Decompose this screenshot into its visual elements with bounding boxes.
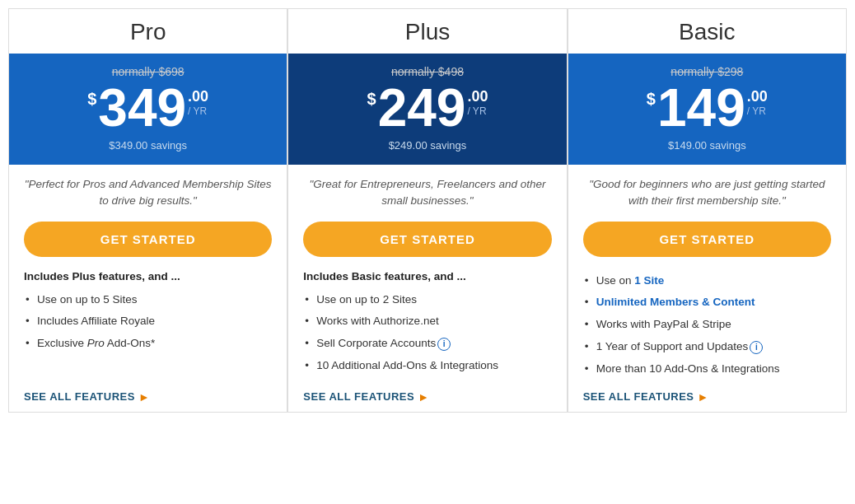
feature-item-pro-1: Includes Affiliate Royale [24, 310, 272, 333]
feature-item-pro-2: Exclusive Pro Add-Ons* [24, 333, 272, 355]
get-started-btn-basic[interactable]: GET STARTED [583, 222, 831, 257]
info-icon-plus-2[interactable]: i [437, 338, 451, 351]
get-started-btn-pro[interactable]: GET STARTED [24, 222, 272, 257]
price-dollar-basic: $ [647, 90, 656, 109]
feature-highlight-basic-1: Unlimited Members & Content [596, 296, 755, 308]
feature-item-plus-2: Sell Corporate Accountsi [303, 333, 551, 355]
price-yr-plus: / YR [467, 105, 486, 117]
features-list-plus: Use on up to 2 SitesWorks with Authorize… [303, 289, 551, 378]
normal-price-basic: normally $298 [582, 65, 833, 78]
feature-item-basic-3: 1 Year of Support and Updatesi [583, 336, 831, 358]
features-label-plus: Includes Basic features, and ... [303, 270, 551, 282]
plan-title-pro: Pro [9, 9, 287, 54]
see-all-arrow-plus: ► [418, 390, 429, 404]
feature-item-basic-4: More than 10 Add-Ons & Integrations [583, 358, 831, 380]
price-amount-basic: 149 [657, 82, 745, 134]
price-main-basic: $149.00/ YR [582, 82, 833, 134]
price-yr-basic: / YR [747, 105, 766, 117]
price-box-basic: normally $298$149.00/ YR$149.00 savings [568, 54, 846, 165]
plan-title-plus: Plus [288, 9, 566, 54]
card-body-plus: "Great for Entrepreneurs, Freelancers an… [288, 165, 566, 412]
price-savings-basic: $149.00 savings [582, 139, 833, 152]
price-cents-basic: .00 [747, 88, 768, 105]
see-all-link-plus[interactable]: SEE ALL FEATURES ► [303, 390, 551, 404]
price-amount-pro: 349 [98, 82, 186, 134]
feature-item-basic-2: Works with PayPal & Stripe [583, 314, 831, 336]
plan-tagline-pro: "Perfect for Pros and Advanced Membershi… [24, 176, 272, 210]
price-cents-yr-basic: .00/ YR [747, 88, 768, 117]
price-box-plus: normally $498$249.00/ YR$249.00 savings [288, 54, 566, 165]
feature-item-plus-0: Use on up to 2 Sites [303, 289, 551, 311]
get-started-btn-plus[interactable]: GET STARTED [303, 222, 551, 257]
card-body-pro: "Perfect for Pros and Advanced Membershi… [9, 165, 287, 412]
see-all-link-pro[interactable]: SEE ALL FEATURES ► [24, 390, 272, 404]
features-list-pro: Use on up to 5 SitesIncludes Affiliate R… [24, 289, 272, 356]
price-savings-pro: $349.00 savings [22, 139, 273, 152]
see-all-link-basic[interactable]: SEE ALL FEATURES ► [583, 390, 831, 404]
plan-card-plus: Plusnormally $498$249.00/ YR$249.00 savi… [287, 8, 567, 413]
info-icon-basic-3[interactable]: i [750, 341, 763, 354]
feature-item-pro-0: Use on up to 5 Sites [24, 289, 272, 311]
plan-card-pro: Pronormally $698$349.00/ YR$349.00 savin… [8, 8, 287, 413]
feature-item-basic-1: Unlimited Members & Content [583, 292, 831, 314]
price-savings-plus: $249.00 savings [301, 139, 553, 152]
features-label-pro: Includes Plus features, and ... [24, 270, 272, 282]
normal-price-plus: normally $498 [301, 65, 553, 78]
feature-item-basic-0: Use on 1 Site [583, 270, 831, 292]
feature-item-plus-1: Works with Authorize.net [303, 310, 551, 333]
feature-italic-pro-2: Pro [87, 337, 105, 349]
card-body-basic: "Good for beginners who are just getting… [568, 165, 846, 412]
plan-title-basic: Basic [568, 9, 846, 54]
price-dollar-pro: $ [87, 90, 96, 109]
feature-item-plus-3: 10 Additional Add-Ons & Integrations [303, 355, 551, 377]
features-list-basic: Use on 1 SiteUnlimited Members & Content… [583, 270, 831, 380]
price-cents-yr-plus: .00/ YR [467, 88, 488, 117]
see-all-text-plus: SEE ALL FEATURES [303, 390, 414, 403]
price-yr-pro: / YR [188, 105, 207, 117]
feature-highlight-basic-0: 1 Site [634, 274, 664, 287]
plan-card-basic: Basicnormally $298$149.00/ YR$149.00 sav… [568, 8, 847, 413]
plan-tagline-plus: "Great for Entrepreneurs, Freelancers an… [303, 176, 551, 210]
price-box-pro: normally $698$349.00/ YR$349.00 savings [9, 54, 287, 165]
see-all-text-basic: SEE ALL FEATURES [583, 390, 694, 403]
see-all-arrow-pro: ► [138, 390, 150, 404]
price-cents-plus: .00 [467, 88, 488, 105]
price-main-plus: $249.00/ YR [301, 82, 553, 134]
price-amount-plus: 249 [378, 82, 466, 134]
price-cents-yr-pro: .00/ YR [188, 88, 208, 117]
see-all-arrow-basic: ► [698, 390, 709, 404]
price-main-pro: $349.00/ YR [22, 82, 273, 134]
normal-price-pro: normally $698 [22, 65, 273, 78]
see-all-text-pro: SEE ALL FEATURES [24, 390, 135, 403]
plan-tagline-basic: "Good for beginners who are just getting… [583, 176, 831, 210]
pricing-container: Pronormally $698$349.00/ YR$349.00 savin… [0, 8, 855, 413]
price-dollar-plus: $ [367, 90, 376, 109]
price-cents-pro: .00 [188, 88, 208, 105]
